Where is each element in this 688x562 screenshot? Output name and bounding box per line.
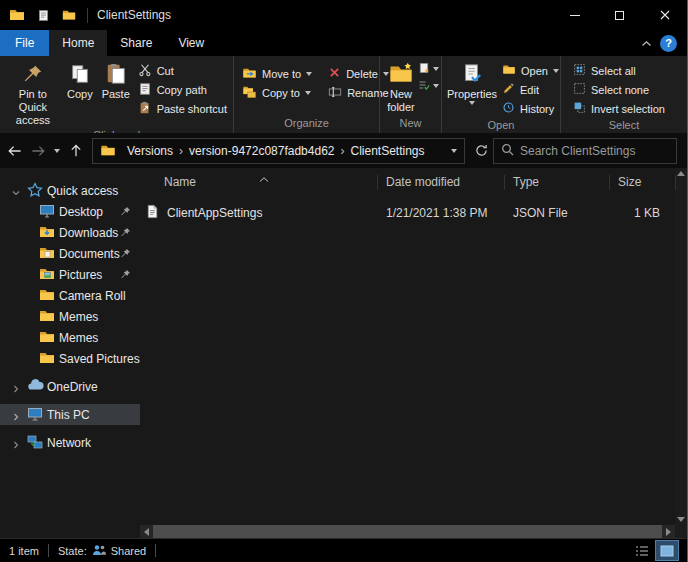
column-header-date-modified[interactable]: Date modified	[378, 175, 505, 190]
select-all-label: Select all	[591, 65, 636, 77]
history-label: History	[520, 103, 554, 115]
address-bar[interactable]: Versions version-9472c087fadb4d62 Client…	[92, 138, 465, 164]
table-row[interactable]: ClientAppSettings 1/21/2021 1:38 PM JSON…	[140, 202, 675, 224]
scroll-up-icon[interactable]	[677, 171, 685, 176]
folder-icon	[39, 329, 55, 348]
recent-locations-icon[interactable]	[50, 139, 64, 163]
sidebar-item-label: This PC	[47, 408, 90, 422]
search-icon	[501, 142, 514, 160]
breadcrumb-clientsettings[interactable]: ClientSettings	[344, 144, 430, 158]
chevron-right-icon[interactable]	[12, 438, 20, 452]
properties-dropdown-icon	[469, 101, 475, 105]
cut-button[interactable]: Cut	[134, 61, 231, 80]
move-to-label: Move to	[262, 68, 301, 80]
forward-button[interactable]	[26, 139, 50, 163]
move-to-button[interactable]: Move to	[238, 64, 316, 83]
address-folder-icon	[100, 143, 116, 158]
chevron-right-icon[interactable]	[12, 382, 20, 396]
maximize-button[interactable]	[597, 0, 642, 30]
sidebar-item-memes-2[interactable]: Memes	[0, 327, 140, 348]
this-pc-icon	[27, 406, 43, 425]
easy-access-button[interactable]	[418, 77, 439, 94]
scroll-right-icon[interactable]	[662, 525, 675, 538]
sidebar-item-label: OneDrive	[47, 380, 98, 394]
scroll-left-icon[interactable]	[140, 525, 153, 538]
ribbon-tab-bar: File Home Share View ?	[0, 30, 687, 56]
breadcrumb-version-folder[interactable]: version-9472c087fadb4d62	[183, 144, 340, 158]
properties-button[interactable]: Properties	[446, 58, 498, 105]
thumbnails-view-button[interactable]	[656, 541, 678, 560]
collapse-ribbon-icon[interactable]	[641, 36, 652, 50]
search-box[interactable]	[493, 138, 677, 164]
copy-button[interactable]: Copy	[62, 58, 98, 101]
file-name: ClientAppSettings	[167, 206, 262, 220]
select-all-button[interactable]: Select all	[569, 61, 669, 80]
sidebar-item-camera-roll[interactable]: Camera Roll	[0, 285, 140, 306]
chevron-right-icon[interactable]	[12, 410, 20, 424]
sidebar-item-downloads[interactable]: Downloads	[0, 222, 140, 243]
select-none-icon	[573, 82, 586, 97]
back-button[interactable]	[2, 139, 26, 163]
ribbon-group-new: New folder	[379, 56, 441, 133]
tab-share[interactable]: Share	[107, 30, 165, 56]
sidebar-item-this-pc[interactable]: This PC	[0, 404, 140, 425]
open-button[interactable]: Open	[498, 61, 563, 80]
sidebar-item-label: Documents	[59, 247, 120, 261]
horizontal-scrollbar-thumb[interactable]	[153, 525, 662, 538]
sidebar-item-saved-pictures[interactable]: Saved Pictures	[0, 348, 140, 369]
invert-selection-label: Invert selection	[591, 103, 665, 115]
new-item-button[interactable]	[418, 60, 439, 77]
column-header-size[interactable]: Size	[610, 175, 676, 190]
pin-to-quick-access-label: Pin to Quick access	[6, 88, 60, 128]
qat-new-folder-icon[interactable]	[60, 6, 78, 24]
vertical-scrollbar[interactable]	[675, 168, 687, 538]
history-icon	[502, 101, 515, 116]
chevron-down-icon[interactable]	[12, 186, 20, 200]
select-all-icon	[573, 63, 586, 78]
tab-view[interactable]: View	[165, 30, 217, 56]
sidebar-item-memes-1[interactable]: Memes	[0, 306, 140, 327]
sidebar-item-label: Downloads	[59, 226, 118, 240]
address-dropdown-icon[interactable]	[444, 149, 464, 153]
paste-shortcut-button[interactable]: Paste shortcut	[134, 99, 231, 118]
column-header-type[interactable]: Type	[505, 175, 610, 190]
edit-button[interactable]: Edit	[498, 80, 563, 99]
sort-ascending-icon[interactable]	[259, 168, 269, 186]
open-group-label: Open	[442, 118, 560, 133]
sidebar-item-onedrive[interactable]: OneDrive	[0, 376, 140, 397]
pin-icon	[22, 60, 44, 88]
sidebar-item-network[interactable]: Network	[0, 432, 140, 453]
statusbar-separator	[155, 544, 156, 557]
sidebar-item-quick-access[interactable]: Quick access	[0, 180, 140, 201]
sidebar-item-documents[interactable]: Documents	[0, 243, 140, 264]
details-view-button[interactable]	[631, 541, 653, 560]
new-folder-button[interactable]: New folder	[384, 58, 418, 114]
help-icon[interactable]: ?	[660, 35, 677, 52]
history-button[interactable]: History	[498, 99, 563, 118]
breadcrumb-versions[interactable]: Versions	[121, 144, 179, 158]
tab-file[interactable]: File	[0, 30, 49, 56]
tab-view-label: View	[178, 36, 204, 50]
copy-to-button[interactable]: Copy to	[238, 83, 316, 102]
copy-path-button[interactable]: Copy path	[134, 80, 231, 99]
sidebar-item-desktop[interactable]: Desktop	[0, 201, 140, 222]
sidebar-item-label: Quick access	[47, 184, 118, 198]
folder-icon	[39, 308, 55, 327]
tab-home[interactable]: Home	[49, 30, 107, 56]
paste-button[interactable]: Paste	[98, 58, 134, 101]
minimize-button[interactable]	[552, 0, 597, 30]
horizontal-scrollbar[interactable]	[140, 525, 675, 538]
copy-path-label: Copy path	[157, 84, 207, 96]
statusbar-separator	[48, 544, 49, 557]
refresh-icon[interactable]	[469, 139, 493, 163]
up-button[interactable]	[64, 139, 88, 163]
folder-icon	[39, 350, 55, 369]
close-button[interactable]	[642, 0, 687, 30]
pin-to-quick-access-button[interactable]: Pin to Quick access	[4, 58, 62, 128]
sidebar-item-pictures[interactable]: Pictures	[0, 264, 140, 285]
invert-selection-button[interactable]: Invert selection	[569, 99, 669, 118]
search-input[interactable]	[520, 144, 669, 158]
scroll-down-icon[interactable]	[677, 517, 685, 522]
qat-properties-icon[interactable]	[34, 6, 52, 24]
select-none-button[interactable]: Select none	[569, 80, 669, 99]
